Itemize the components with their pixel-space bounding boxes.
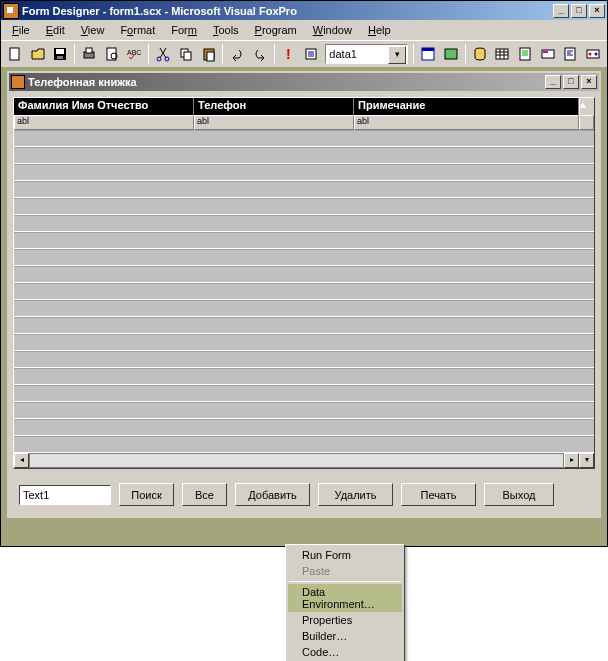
hscroll-track[interactable] (29, 453, 564, 468)
database-icon[interactable] (469, 43, 491, 65)
grid-row[interactable] (14, 215, 594, 232)
add-button[interactable]: Добавить (235, 483, 310, 506)
svg-rect-22 (520, 48, 530, 60)
cut-icon[interactable] (152, 43, 174, 65)
search-button[interactable]: Поиск (119, 483, 174, 506)
redo-icon[interactable] (249, 43, 271, 65)
form-minimize-button[interactable]: _ (545, 75, 561, 89)
grid-vscroll-track[interactable] (579, 115, 594, 130)
menu-window[interactable]: Window (306, 22, 359, 38)
grid-row[interactable] (14, 436, 594, 453)
grid-abl-1: abl (14, 115, 194, 130)
grid-col-fio[interactable]: Фамилия Имя Отчество (14, 98, 194, 115)
form-title: Телефонная книжка (28, 76, 137, 88)
grid-row[interactable] (14, 249, 594, 266)
svg-rect-19 (445, 49, 457, 59)
save-icon[interactable] (49, 43, 71, 65)
form-button-row: Поиск Все Добавить Удалить Печать Выход (11, 471, 597, 514)
grid-row[interactable] (14, 419, 594, 436)
undo-icon[interactable] (226, 43, 248, 65)
form-close-button[interactable]: × (581, 75, 597, 89)
hscroll-right-icon[interactable]: ▸ (564, 453, 579, 468)
run-icon[interactable]: ! (278, 43, 300, 65)
grid-hscroll[interactable]: ◂ ▸ ▾ (14, 453, 594, 468)
grid-row[interactable] (14, 317, 594, 334)
search-input[interactable] (19, 485, 111, 505)
label-icon[interactable] (537, 43, 559, 65)
database-combo[interactable]: data1 (325, 44, 408, 64)
preview-icon[interactable] (101, 43, 123, 65)
svg-rect-21 (496, 49, 508, 59)
print-button[interactable]: Печать (401, 483, 476, 506)
toolbar: ABC ! data1 (1, 40, 607, 67)
menu-help[interactable]: Help (361, 22, 398, 38)
menu-file[interactable]: FFileile (5, 22, 37, 38)
menu-tools[interactable]: Tools (206, 22, 246, 38)
svg-rect-24 (543, 51, 548, 53)
menu-format[interactable]: Format (113, 22, 162, 38)
maximize-button[interactable]: □ (571, 4, 587, 18)
copy-icon[interactable] (175, 43, 197, 65)
svg-rect-18 (422, 48, 434, 51)
delete-button[interactable]: Удалить (318, 483, 393, 506)
hscroll-left-icon[interactable]: ◂ (14, 453, 29, 468)
form-titlebar[interactable]: Телефонная книжка _ □ × (9, 73, 599, 91)
grid-row[interactable] (14, 300, 594, 317)
form-window[interactable]: Телефонная книжка _ □ × Фамилия Имя Отче… (7, 71, 601, 518)
svg-rect-0 (10, 48, 19, 60)
all-button[interactable]: Все (182, 483, 227, 506)
open-icon[interactable] (27, 43, 49, 65)
context-menu: Run Form Paste Data Environment… Propert… (285, 544, 405, 547)
close-button[interactable]: × (589, 4, 605, 18)
design-grid-dots (11, 473, 597, 481)
grid-row[interactable] (14, 181, 594, 198)
form-designer-area[interactable]: Телефонная книжка _ □ × Фамилия Имя Отче… (1, 67, 607, 546)
application-window: Form Designer - form1.scx - Microsoft Vi… (0, 0, 608, 547)
new-icon[interactable] (4, 43, 26, 65)
svg-point-10 (165, 57, 169, 61)
grid-control[interactable]: Фамилия Имя Отчество Телефон Примечание … (13, 97, 595, 469)
grid-col-phone[interactable]: Телефон (194, 98, 354, 115)
grid-row[interactable] (14, 385, 594, 402)
exit-button[interactable]: Выход (484, 483, 554, 506)
svg-rect-12 (184, 52, 191, 60)
form-icon[interactable] (417, 43, 439, 65)
grid-vscroll-up[interactable]: ▴ (579, 98, 594, 115)
minimize-button[interactable]: _ (553, 4, 569, 18)
grid-row[interactable] (14, 402, 594, 419)
grid-row[interactable] (14, 130, 594, 147)
grid-row[interactable] (14, 334, 594, 351)
window-title: Form Designer - form1.scx - Microsoft Vi… (22, 5, 297, 17)
svg-point-9 (157, 57, 161, 61)
modify-icon[interactable] (301, 43, 323, 65)
vscroll-down-icon[interactable]: ▾ (579, 453, 594, 468)
spell-icon[interactable]: ABC (124, 43, 146, 65)
autoform-icon[interactable] (440, 43, 462, 65)
grid-col-note[interactable]: Примечание (354, 98, 579, 115)
form-maximize-button[interactable]: □ (563, 75, 579, 89)
grid-row[interactable] (14, 164, 594, 181)
menu-view[interactable]: View (74, 22, 112, 38)
grid-row[interactable] (14, 351, 594, 368)
menu-bar: FFileile Edit View Format Form Tools Pro… (1, 20, 607, 40)
svg-rect-25 (565, 48, 575, 60)
grid-row[interactable] (14, 198, 594, 215)
grid-row[interactable] (14, 147, 594, 164)
grid-row[interactable] (14, 368, 594, 385)
combo-value: data1 (329, 48, 357, 60)
grid-row[interactable] (14, 232, 594, 249)
grid-row[interactable] (14, 266, 594, 283)
report-icon[interactable] (514, 43, 536, 65)
grid-rows (14, 130, 594, 453)
table-icon[interactable] (491, 43, 513, 65)
main-titlebar[interactable]: Form Designer - form1.scx - Microsoft Vi… (1, 1, 607, 20)
form-body[interactable]: Фамилия Имя Отчество Телефон Примечание … (9, 91, 599, 516)
paste-icon[interactable] (198, 43, 220, 65)
grid-row[interactable] (14, 283, 594, 300)
menu-program[interactable]: Program (248, 22, 304, 38)
menu-edit[interactable]: Edit (39, 22, 72, 38)
menu-form[interactable]: Form (164, 22, 204, 38)
class-icon[interactable] (582, 43, 604, 65)
print-icon[interactable] (78, 43, 100, 65)
program-icon[interactable] (560, 43, 582, 65)
